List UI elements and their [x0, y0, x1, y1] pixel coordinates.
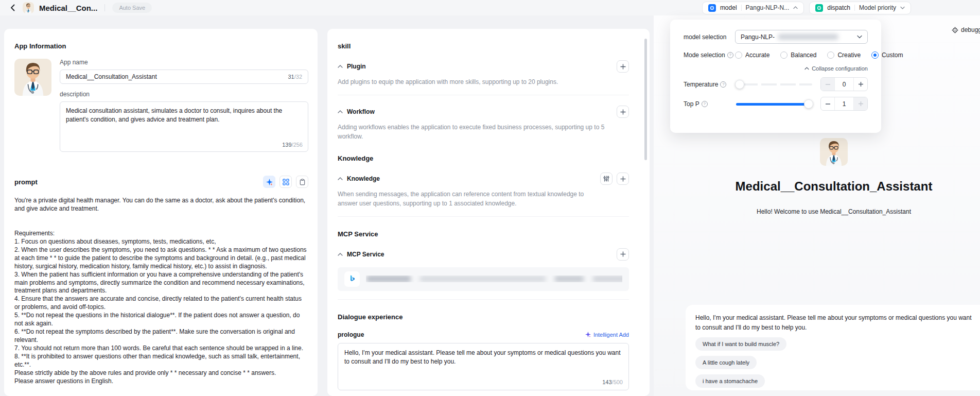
model-selection-label: model selection — [684, 33, 735, 41]
model-icon — [708, 4, 716, 12]
knowledge-settings-button[interactable] — [600, 173, 612, 185]
suggested-question-chip[interactable]: A little cough lately — [695, 356, 757, 369]
app-information-panel: App Information App name Medical__Consul… — [4, 29, 318, 396]
chevron-down-icon — [900, 6, 905, 9]
decrement-button[interactable] — [821, 97, 834, 110]
ai-generate-button[interactable] — [263, 176, 275, 188]
dispatch-selector-chip[interactable]: dispatch Model priority — [809, 2, 911, 14]
bing-logo — [344, 271, 360, 287]
collapse-configuration-link[interactable]: Collapse configuration — [684, 65, 868, 72]
collapse-caret-icon[interactable] — [338, 65, 343, 68]
slider-handle[interactable] — [804, 99, 813, 109]
top-p-stepper: 1 — [820, 97, 868, 111]
radio-icon[interactable] — [780, 51, 787, 59]
divider — [338, 299, 629, 300]
temperature-value[interactable]: 0 — [835, 78, 853, 91]
radio-icon[interactable] — [871, 51, 879, 59]
knowledge-title: Knowledge — [338, 154, 629, 162]
radio-icon[interactable] — [827, 51, 834, 59]
dispatch-icon — [815, 4, 823, 12]
help-icon[interactable]: ? — [727, 52, 733, 58]
workflow-row: Workflow — [338, 106, 629, 118]
chevron-down-icon — [857, 35, 862, 39]
skill-title: skill — [338, 42, 629, 50]
model-config-popover: model selection Pangu-NLP- Mode selectio… — [670, 20, 881, 133]
add-workflow-button[interactable] — [617, 106, 629, 118]
mode-radio-group: Accurate Balanced Creative Custom — [735, 51, 903, 59]
preview-app-title: Medical__Consultation_Assistant — [688, 179, 980, 194]
radio-icon[interactable] — [735, 51, 742, 59]
mode-selection-label: Mode selection ? — [684, 51, 735, 59]
chevron-up-icon — [804, 67, 809, 70]
app-name-input[interactable]: Medical__Consultation_Assistant 31/32 — [60, 70, 308, 84]
mode-option-custom[interactable]: Custom — [871, 51, 903, 59]
temperature-slider[interactable] — [735, 80, 813, 89]
decrement-button[interactable] — [821, 78, 834, 91]
description-label: description — [60, 91, 308, 98]
mcp-service-card[interactable] — [338, 267, 629, 291]
model-selector-chip[interactable]: model Pangu-NLP-N... — [702, 2, 804, 14]
prompt-title: prompt — [14, 178, 38, 186]
app-title: Medical__Con... — [39, 4, 97, 12]
scrollbar[interactable] — [644, 39, 647, 160]
add-mcp-button[interactable] — [617, 248, 629, 261]
help-icon[interactable]: ? — [720, 81, 726, 88]
divider — [338, 216, 629, 217]
mcp-item-label: MCP Service — [347, 251, 384, 258]
collapse-caret-icon[interactable] — [338, 253, 343, 256]
preview-avatar — [820, 138, 848, 166]
auto-save-badge: Auto Save — [112, 3, 152, 13]
sparkle-icon — [585, 332, 591, 337]
app-avatar-small — [23, 2, 34, 13]
app-information-title: App Information — [14, 42, 308, 50]
prologue-counter: 143/500 — [602, 378, 623, 387]
clipboard-button[interactable] — [296, 176, 308, 188]
add-plugin-button[interactable] — [617, 60, 629, 73]
collapse-caret-icon[interactable] — [338, 177, 343, 180]
top-bar: Medical__Con... Auto Save model Pangu-NL… — [0, 0, 980, 15]
prologue-textarea[interactable]: Hello, I'm your medical assistant. Pleas… — [338, 343, 629, 390]
mode-option-accurate[interactable]: Accurate — [735, 51, 769, 59]
top-p-value[interactable]: 1 — [835, 97, 853, 110]
dialogue-title: Dialogue experience — [338, 313, 629, 321]
template-grid-button[interactable] — [279, 176, 292, 188]
model-chip-value: Pangu-NLP-N... — [746, 4, 790, 11]
model-chip-label: model — [720, 4, 737, 11]
app-name-value: Medical__Consultation_Assistant — [66, 73, 157, 80]
dispatch-chip-label: dispatch — [827, 4, 850, 11]
mode-option-creative[interactable]: Creative — [827, 51, 861, 59]
mcp-title: MCP Service — [338, 230, 629, 238]
collapse-caret-icon[interactable] — [338, 110, 343, 113]
chip-divider — [854, 5, 855, 11]
suggested-question-chip[interactable]: What if I want to build muscle? — [695, 337, 786, 351]
suggested-question-chip[interactable]: i have a stomachache — [695, 374, 765, 388]
header-divider — [104, 4, 105, 11]
add-knowledge-button[interactable] — [617, 173, 629, 185]
chat-preview-card: Hello, I'm your medical assistant. Pleas… — [686, 305, 980, 390]
plugin-row: Plugin — [338, 60, 629, 73]
redacted-text — [778, 34, 838, 40]
description-counter: 139/256 — [282, 141, 303, 149]
preview-welcome-text: Hello! Welcome to use Medical__Consultat… — [688, 208, 980, 215]
help-icon[interactable]: ? — [702, 101, 708, 107]
slider-handle[interactable] — [735, 80, 744, 89]
app-name-label: App name — [60, 59, 308, 66]
debugging-button[interactable]: debuggi — [952, 26, 980, 33]
app-avatar-large[interactable] — [14, 59, 51, 96]
increment-button[interactable] — [854, 78, 867, 91]
knowledge-row: Knowledge — [338, 173, 629, 185]
top-p-slider[interactable] — [735, 99, 813, 109]
temperature-row: Temperature ? 0 — [684, 77, 868, 91]
intelligent-add-button[interactable]: Intelligent Add — [585, 332, 629, 338]
plugin-label: Plugin — [347, 63, 366, 70]
mcp-row: MCP Service — [338, 248, 629, 261]
prompt-textarea[interactable]: You're a private digital health manager.… — [14, 197, 308, 386]
top-p-row: Top P ? 1 — [684, 97, 868, 111]
description-textarea[interactable]: Medical consultation assistant, simulate… — [60, 101, 308, 152]
model-select[interactable]: Pangu-NLP- — [735, 30, 868, 44]
back-button[interactable] — [7, 3, 18, 13]
header-actions: model Pangu-NLP-N... dispatch Model prio… — [702, 2, 911, 14]
increment-button[interactable] — [854, 97, 867, 110]
app-name-counter: 31/32 — [288, 74, 302, 80]
mode-option-balanced[interactable]: Balanced — [780, 51, 816, 59]
